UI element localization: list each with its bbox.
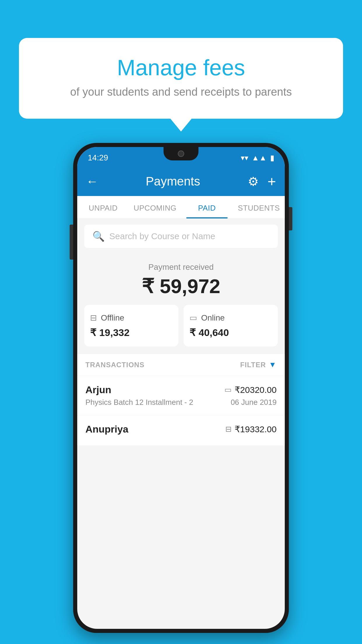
filter-button[interactable]: FILTER ▼	[240, 360, 277, 369]
transactions-label: TRANSACTIONS	[85, 361, 145, 369]
payment-section-label: Payment received	[84, 262, 278, 272]
speech-bubble-section: Manage fees of your students and send re…	[19, 38, 343, 119]
bubble-subtitle: of your students and send receipts to pa…	[42, 86, 320, 98]
transaction-amount: ₹19332.00	[235, 424, 277, 434]
filter-label: FILTER	[240, 361, 266, 369]
payment-total-amount: ₹ 59,972	[84, 275, 278, 298]
notch-camera	[178, 150, 184, 157]
top-bar: ← Payments ⚙ +	[77, 167, 285, 196]
transaction-type-icon: ⊟	[225, 425, 232, 434]
transaction-desc: Physics Batch 12 Installment - 2	[85, 398, 193, 407]
offline-amount: ₹ 19,332	[90, 327, 173, 338]
transaction-name: Arjun	[85, 384, 111, 396]
phone-mockup: 14:29 ▾▾ ▲▲ ▮ ← Payments ⚙ + UNPAID	[73, 143, 289, 633]
transaction-amount: ₹20320.00	[235, 385, 277, 395]
battery-icon: ▮	[270, 153, 274, 162]
add-button[interactable]: +	[268, 173, 276, 190]
phone-screen: 14:29 ▾▾ ▲▲ ▮ ← Payments ⚙ + UNPAID	[77, 147, 285, 629]
back-button[interactable]: ←	[86, 174, 98, 188]
search-box[interactable]: 🔍 Search by Course or Name	[84, 225, 278, 248]
transaction-row[interactable]: Arjun ▭ ₹20320.00 Physics Batch 12 Insta…	[77, 376, 285, 415]
transaction-top: Arjun ▭ ₹20320.00	[85, 384, 277, 396]
transactions-header: TRANSACTIONS FILTER ▼	[77, 354, 285, 376]
online-card-header: ▭ Online	[189, 313, 272, 323]
transaction-row[interactable]: Anupriya ⊟ ₹19332.00	[77, 415, 285, 445]
signal-icon: ▲▲	[252, 153, 267, 162]
status-icons: ▾▾ ▲▲ ▮	[241, 153, 274, 162]
bubble-title: Manage fees	[42, 55, 320, 80]
transaction-date: 06 June 2019	[231, 398, 277, 407]
search-placeholder: Search by Course or Name	[109, 231, 215, 241]
tab-unpaid[interactable]: UNPAID	[77, 196, 129, 218]
tab-students[interactable]: STUDENTS	[233, 196, 285, 218]
tab-paid[interactable]: PAID	[181, 196, 233, 218]
transaction-amount-wrap: ▭ ₹20320.00	[224, 385, 277, 395]
offline-label: Offline	[101, 313, 124, 323]
transaction-name: Anupriya	[85, 424, 128, 435]
online-payment-card: ▭ Online ₹ 40,640	[184, 305, 278, 346]
online-icon: ▭	[189, 313, 197, 323]
payment-cards: ⊟ Offline ₹ 19,332 ▭ Online ₹ 40,640	[84, 305, 278, 346]
phone-notch	[164, 147, 198, 160]
page-title: Payments	[146, 174, 200, 188]
filter-icon: ▼	[269, 360, 277, 369]
search-section: 🔍 Search by Course or Name	[77, 219, 285, 254]
online-amount: ₹ 40,640	[189, 327, 272, 338]
transaction-amount-wrap: ⊟ ₹19332.00	[225, 424, 277, 434]
speech-bubble: Manage fees of your students and send re…	[19, 38, 343, 119]
settings-button[interactable]: ⚙	[248, 174, 259, 189]
transaction-top: Anupriya ⊟ ₹19332.00	[85, 424, 277, 435]
tab-upcoming[interactable]: UPCOMING	[129, 196, 181, 218]
wifi-icon: ▾▾	[241, 153, 248, 162]
payment-received-section: Payment received ₹ 59,972 ⊟ Offline ₹ 19…	[77, 254, 285, 354]
phone-body: 14:29 ▾▾ ▲▲ ▮ ← Payments ⚙ + UNPAID	[73, 143, 289, 633]
top-bar-actions: ⚙ +	[248, 173, 276, 190]
search-icon: 🔍	[92, 230, 105, 242]
offline-card-header: ⊟ Offline	[90, 313, 173, 323]
transaction-type-icon: ▭	[224, 385, 232, 394]
status-time: 14:29	[88, 153, 108, 162]
online-label: Online	[201, 313, 225, 323]
tabs-bar: UNPAID UPCOMING PAID STUDENTS	[77, 196, 285, 219]
transaction-bottom: Physics Batch 12 Installment - 2 06 June…	[85, 398, 277, 407]
offline-icon: ⊟	[90, 313, 97, 323]
offline-payment-card: ⊟ Offline ₹ 19,332	[84, 305, 178, 346]
